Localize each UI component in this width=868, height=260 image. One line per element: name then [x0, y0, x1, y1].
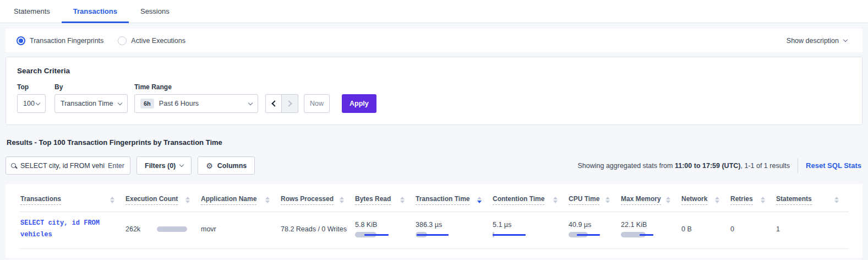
cell-max-memory: 22.1 KiB — [620, 212, 680, 248]
chevron-down-icon — [36, 100, 40, 105]
search-criteria-card: Search Criteria Top 100 By Transaction T… — [6, 57, 862, 125]
max-memory-bar — [621, 232, 674, 237]
cell-application-name: movr — [200, 212, 280, 248]
search-criteria-controls: Top 100 By Transaction Time Time Range 6… — [17, 83, 851, 113]
sort-icon[interactable] — [834, 197, 839, 203]
col-header-rows-processed[interactable]: Rows Processed — [280, 191, 354, 212]
search-icon — [11, 163, 16, 168]
apply-button[interactable]: Apply — [342, 94, 376, 113]
columns-button[interactable]: ⚙ Columns — [198, 156, 255, 175]
sort-icon[interactable] — [761, 197, 765, 203]
transaction-fingerprint-link[interactable]: SELECT city, id FROM vehicles — [19, 212, 110, 248]
now-button[interactable]: Now — [304, 94, 330, 113]
chevron-down-icon — [179, 162, 184, 167]
cell-statements: 1 — [775, 212, 849, 248]
previous-range-button[interactable] — [265, 94, 282, 113]
transactions-page: Statements Transactions Sessions Transac… — [0, 0, 868, 258]
execution-count-bar — [157, 226, 193, 232]
sort-icon[interactable] — [340, 197, 344, 203]
radio-selected-icon — [17, 36, 25, 45]
by-select[interactable]: Transaction Time — [54, 94, 128, 113]
col-header-execution-count[interactable]: Execution Count — [124, 191, 200, 212]
cell-transaction-time: 386.3 µs — [414, 212, 492, 248]
col-header-transaction-time[interactable]: Transaction Time — [414, 191, 492, 212]
bytes-read-bar — [355, 232, 408, 237]
stats-time-range: 11:00 to 17:59 (UTC) — [675, 162, 740, 170]
chevron-down-icon — [843, 37, 848, 42]
col-header-statements[interactable]: Statements — [775, 191, 849, 212]
cell-contention-time: 5.1 µs — [492, 212, 567, 248]
show-description-toggle[interactable]: Show description — [787, 37, 847, 45]
col-header-retries[interactable]: Retries — [729, 191, 775, 212]
col-header-bytes-read[interactable]: Bytes Read — [354, 191, 414, 212]
sort-icon[interactable] — [477, 197, 482, 203]
transaction-time-bar — [416, 232, 485, 237]
top-select[interactable]: 100 — [17, 94, 46, 113]
next-range-button[interactable] — [282, 94, 298, 113]
page-tabs: Statements Transactions Sessions — [0, 0, 868, 23]
table-row: SELECT city, id FROM vehicles 262k movr … — [19, 212, 849, 249]
enter-hint: Enter — [108, 162, 124, 170]
gear-icon: ⚙ — [206, 162, 213, 170]
transactions-table: Transactions Execution Count Application… — [6, 184, 862, 258]
col-header-network[interactable]: Network — [680, 191, 729, 212]
tab-sessions[interactable]: Sessions — [129, 0, 181, 23]
time-range-badge: 6h — [140, 99, 154, 109]
search-input[interactable] — [20, 162, 105, 170]
col-header-contention-time[interactable]: Contention Time — [492, 191, 567, 212]
chevron-down-icon — [118, 100, 122, 105]
col-header-cpu-time[interactable]: CPU Time — [567, 191, 620, 212]
tab-transactions[interactable]: Transactions — [62, 0, 129, 23]
col-header-max-memory[interactable]: Max Memory — [620, 191, 680, 212]
filters-button[interactable]: Filters (0) — [137, 156, 192, 175]
time-range-field: Time Range 6h Past 6 Hours — [134, 83, 265, 113]
by-field: By Transaction Time — [54, 83, 134, 113]
col-header-transactions[interactable]: Transactions — [19, 191, 124, 212]
contention-time-bar — [493, 232, 561, 237]
aggregated-stats-text: Showing aggregated stats from 11:00 to 1… — [577, 162, 790, 170]
time-range-pager — [265, 94, 298, 113]
view-toggle-band: Transaction Fingerprints Active Executio… — [6, 29, 862, 52]
col-header-application-name[interactable]: Application Name — [200, 191, 280, 212]
cell-bytes-read: 5.8 KiB — [354, 212, 414, 248]
sort-icon[interactable] — [553, 197, 558, 203]
cell-network: 0 B — [680, 212, 729, 248]
sort-icon[interactable] — [185, 197, 190, 203]
table-header-row: Transactions Execution Count Application… — [19, 191, 849, 212]
cell-execution-count: 262k — [124, 212, 200, 248]
chevron-down-icon — [248, 100, 253, 105]
sort-icon[interactable] — [110, 197, 114, 203]
radio-active-executions[interactable]: Active Executions — [118, 36, 185, 45]
cell-retries: 0 — [729, 212, 775, 248]
reset-sql-stats-link[interactable]: Reset SQL Stats — [806, 161, 861, 170]
cell-cpu-time: 40.9 µs — [567, 212, 620, 248]
chevron-right-icon — [286, 100, 292, 106]
results-title: Results - Top 100 Transaction Fingerprin… — [7, 138, 868, 147]
top-field: Top 100 — [17, 83, 54, 113]
sort-icon[interactable] — [715, 197, 719, 203]
sort-icon[interactable] — [400, 197, 405, 203]
time-range-select[interactable]: 6h Past 6 Hours — [134, 94, 258, 113]
sql-search-box[interactable]: Enter — [6, 156, 130, 175]
sort-icon[interactable] — [265, 197, 270, 203]
cell-rows-processed: 78.2 Reads / 0 Writes — [280, 212, 354, 248]
cpu-time-bar — [569, 232, 613, 237]
sort-icon[interactable] — [605, 197, 610, 203]
sort-icon[interactable] — [666, 197, 670, 203]
results-controls: Enter Filters (0) ⚙ Columns Showing aggr… — [6, 156, 862, 175]
chevron-left-icon — [271, 100, 277, 106]
divider — [798, 158, 798, 174]
search-criteria-title: Search Criteria — [17, 67, 851, 75]
tab-statements[interactable]: Statements — [2, 0, 62, 23]
radio-transaction-fingerprints[interactable]: Transaction Fingerprints — [17, 36, 103, 45]
radio-unselected-icon — [118, 36, 127, 45]
